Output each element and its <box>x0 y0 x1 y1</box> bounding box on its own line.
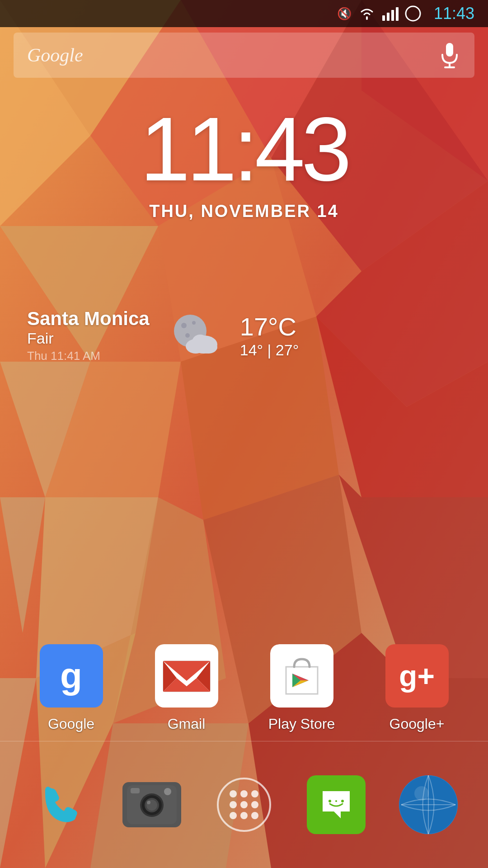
camera-icon-wrap <box>122 782 181 827</box>
gmail-app-label: Gmail <box>168 716 206 732</box>
google-g-letter: g <box>60 655 82 697</box>
dock-camera[interactable] <box>116 769 188 841</box>
apps-dot <box>240 790 248 797</box>
status-bar: 🔇 11:43 <box>0 0 488 27</box>
apps-dots-grid <box>230 790 258 819</box>
svg-point-57 <box>328 800 331 802</box>
wifi-icon <box>358 6 376 21</box>
gmail-icon-wrapper <box>155 644 218 708</box>
google-app-label: Google <box>48 716 94 732</box>
search-bar[interactable]: Google <box>14 33 474 78</box>
weather-left: Santa Monica Fair Thu 11:41 AM <box>27 308 150 363</box>
playstore-app-label: Play Store <box>268 716 335 732</box>
dock-phone[interactable] <box>23 769 96 841</box>
mic-icon[interactable] <box>438 42 461 69</box>
app-googleplus[interactable]: g+ Google+ <box>376 644 458 732</box>
weather-right: 17°C 14° | 27° <box>240 312 299 359</box>
svg-rect-26 <box>391 10 394 21</box>
gmail-app-icon <box>155 644 218 708</box>
svg-point-53 <box>147 801 150 804</box>
svg-rect-29 <box>446 43 453 57</box>
apps-dot <box>230 812 237 819</box>
weather-city: Santa Monica <box>27 308 150 330</box>
dock-launcher[interactable] <box>208 769 280 841</box>
svg-rect-24 <box>382 15 385 21</box>
app-playstore[interactable]: Play Store <box>261 644 343 732</box>
signal-icon <box>382 6 399 21</box>
clock-widget: 11:43 THU, NOVEMBER 14 <box>0 104 488 221</box>
playstore-app-icon <box>270 644 333 708</box>
messenger-icon-wrap <box>307 775 366 834</box>
svg-point-35 <box>185 333 190 338</box>
svg-point-58 <box>341 800 344 802</box>
apps-dot <box>251 790 258 797</box>
weather-temperature: 17°C <box>240 312 299 341</box>
svg-point-63 <box>414 786 429 801</box>
google-app-icon: g <box>40 644 103 708</box>
status-time: 11:43 <box>434 4 474 23</box>
search-google-label: Google <box>27 44 438 66</box>
weather-range: 14° | 27° <box>240 341 299 359</box>
apps-dot <box>230 801 237 808</box>
svg-point-39 <box>199 341 217 354</box>
app-gmail[interactable]: Gmail <box>146 644 227 732</box>
svg-rect-54 <box>131 788 140 793</box>
svg-rect-43 <box>272 646 331 705</box>
dock-messenger[interactable] <box>300 769 372 841</box>
app-row: g Google <box>0 644 488 732</box>
clock-time: 11:43 <box>140 104 348 194</box>
app-google[interactable]: g Google <box>31 644 112 732</box>
weather-updated: Thu 11:41 AM <box>27 349 150 363</box>
status-icons: 🔇 11:43 <box>337 4 474 23</box>
apps-dot <box>230 790 237 797</box>
mute-icon: 🔇 <box>337 7 352 21</box>
svg-rect-27 <box>396 7 399 21</box>
svg-point-28 <box>406 6 420 21</box>
apps-icon-wrap <box>217 778 271 832</box>
weather-widget: Santa Monica Fair Thu 11:41 AM 17°C 14° … <box>27 307 461 363</box>
svg-point-33 <box>181 323 187 328</box>
weather-condition: Fair <box>27 330 150 347</box>
dock <box>0 741 488 868</box>
googleplus-app-icon: g+ <box>385 644 449 708</box>
gplus-letter: g+ <box>399 659 435 693</box>
browser-icon-wrap <box>399 775 458 834</box>
svg-point-34 <box>192 321 196 325</box>
weather-icon <box>168 307 222 363</box>
svg-rect-25 <box>387 13 389 21</box>
clock-date: THU, NOVEMBER 14 <box>149 202 339 221</box>
apps-dot <box>240 801 248 808</box>
playstore-icon-wrapper <box>270 644 333 708</box>
svg-point-56 <box>335 800 337 802</box>
apps-dot <box>240 812 248 819</box>
apps-dot <box>251 801 258 808</box>
apps-dot <box>251 812 258 819</box>
dock-browser[interactable] <box>392 769 465 841</box>
svg-point-55 <box>164 788 171 795</box>
googleplus-app-label: Google+ <box>389 716 445 732</box>
battery-icon <box>405 5 421 22</box>
